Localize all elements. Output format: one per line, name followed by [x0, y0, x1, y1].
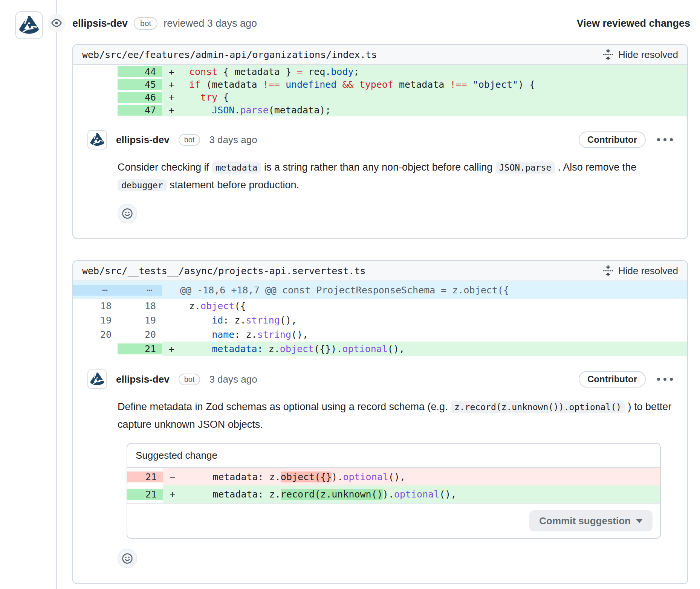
line-number[interactable]: 20: [118, 329, 162, 340]
line-number[interactable]: 19: [118, 315, 162, 326]
ellipsis-dev-logo: [90, 372, 104, 386]
diff-marker: +: [162, 79, 189, 90]
suggested-change-title: Suggested change: [127, 444, 660, 468]
eye-icon: [51, 18, 62, 28]
hide-resolved-label: Hide resolved: [618, 49, 678, 61]
diff-row-context: 1919 id: z.string(),: [73, 313, 687, 327]
review-thread-card-1: web/src/ee/features/admin-api/organizati…: [72, 44, 688, 239]
comment-avatar[interactable]: [87, 369, 107, 389]
smiley-icon: [122, 208, 133, 219]
file-header-2: web/src/__tests__/async/projects-api.ser…: [73, 261, 687, 281]
diff-marker: +: [162, 92, 189, 103]
hide-resolved-button-2[interactable]: Hide resolved: [602, 265, 678, 277]
add-reaction-button[interactable]: [118, 549, 137, 568]
line-number[interactable]: 18: [118, 301, 162, 311]
hide-resolved-button-1[interactable]: Hide resolved: [602, 49, 678, 61]
suggestion-footer: Commit suggestion: [127, 503, 660, 538]
view-reviewed-changes-link[interactable]: View reviewed changes: [577, 18, 690, 29]
diff-code: metadata: z.object({}).optional(),: [190, 472, 405, 482]
comment-author[interactable]: ellipsis-dev: [116, 134, 170, 146]
comment-avatar[interactable]: [87, 130, 107, 150]
reviewer-name[interactable]: ellipsis-dev: [72, 18, 128, 29]
diff-row-addition: 45+if (metadata !== undefined && typeof …: [73, 78, 687, 91]
review-action-text: reviewed 3 days ago: [164, 18, 257, 29]
diff-code: z.object({: [189, 301, 246, 311]
comment-text: is a string rather than any non-object b…: [261, 162, 495, 173]
line-number[interactable]: 47: [118, 105, 162, 116]
diff-marker: +: [162, 343, 189, 354]
hide-resolved-label: Hide resolved: [618, 265, 678, 277]
comment-text: Define metadata in Zod schemas as option…: [118, 401, 451, 412]
smiley-icon: [122, 553, 133, 564]
fold-icon: [602, 265, 614, 276]
diff-code: const { metadata } = req.body;: [189, 66, 359, 77]
diff-code: if (metadata !== undefined && typeof met…: [189, 79, 535, 90]
diff-hunk-1: 44+const { metadata } = req.body;45+if (…: [73, 65, 687, 116]
diff-marker: −: [163, 472, 190, 482]
diff-row-context: 1818z.object({: [73, 299, 687, 313]
comment-timestamp[interactable]: 3 days ago: [209, 374, 257, 385]
bot-badge: bot: [179, 134, 200, 146]
diff-marker: +: [162, 105, 189, 116]
comment-body: Define metadata in Zod schemas as option…: [118, 398, 674, 433]
inline-code: z.record(z.unknown()).optional(): [451, 401, 625, 413]
comment-timestamp[interactable]: 3 days ago: [209, 134, 257, 146]
pull-request-review-timeline: ellipsis-dev bot reviewed 3 days ago Vie…: [0, 0, 700, 589]
file-header-1: web/src/ee/features/admin-api/organizati…: [73, 45, 687, 65]
review-comment-1: ellipsis-dev bot 3 days ago Contributor …: [73, 116, 687, 238]
comment-options-button[interactable]: [656, 136, 674, 143]
diff-row-addition: 46+ try {: [73, 91, 687, 104]
diff-marker: +: [162, 66, 189, 77]
diff-code: JSON.parse(metadata);: [189, 105, 331, 116]
suggested-change-block: Suggested change 21 − metadata: z.object…: [127, 443, 661, 539]
diff-row-addition: 21+ metadata: z.object({}).optional(),: [73, 342, 687, 356]
review-event-badge: [47, 14, 66, 32]
review-header: ellipsis-dev bot reviewed 3 days ago Vie…: [72, 11, 690, 35]
diff-row-addition: 47+ JSON.parse(metadata);: [73, 104, 687, 116]
diff-hunk-2: ⋯⋯@@ -18,6 +18,7 @@ const ProjectRespons…: [73, 281, 687, 356]
bot-badge: bot: [134, 17, 157, 30]
review-content: web/src/ee/features/admin-api/organizati…: [72, 44, 688, 584]
diff-row-deletion: 21 − metadata: z.object({}).optional(),: [127, 468, 660, 485]
line-number: 21: [127, 489, 163, 500]
add-reaction-button[interactable]: [118, 204, 137, 223]
diff-code: try {: [189, 92, 229, 103]
ellipsis-dev-logo: [19, 15, 39, 35]
timeline-line: [56, 0, 57, 589]
review-comment-2: ellipsis-dev bot 3 days ago Contributor …: [73, 356, 687, 583]
suggested-change-diff: 21 − metadata: z.object({}).optional(), …: [127, 468, 660, 503]
review-thread-card-2: web/src/__tests__/async/projects-api.ser…: [72, 260, 688, 584]
line-number[interactable]: 20: [73, 329, 118, 340]
line-number: 21: [127, 472, 163, 482]
diff-row-context: 2020 name: z.string(),: [73, 327, 687, 342]
contributor-badge: Contributor: [579, 371, 646, 388]
diff-marker: +: [163, 489, 190, 500]
ellipsis-dev-logo: [90, 133, 104, 147]
line-number[interactable]: 46: [118, 92, 162, 103]
line-number[interactable]: 21: [118, 343, 162, 354]
line-number[interactable]: 19: [73, 315, 118, 326]
comment-author[interactable]: ellipsis-dev: [116, 374, 170, 385]
chevron-down-icon: [636, 519, 643, 523]
diff-code: id: z.string(),: [189, 315, 297, 326]
comment-text: statement before production.: [167, 179, 299, 191]
contributor-badge: Contributor: [579, 131, 646, 148]
reviewer-avatar[interactable]: [15, 11, 43, 39]
comment-text: . Also remove the: [555, 162, 636, 173]
file-path-2[interactable]: web/src/__tests__/async/projects-api.ser…: [82, 266, 366, 276]
diff-code: metadata: z.object({}).optional(),: [189, 343, 405, 354]
diff-row-addition: 21 + metadata: z.record(z.unknown()).opt…: [127, 485, 660, 503]
file-path-1[interactable]: web/src/ee/features/admin-api/organizati…: [82, 49, 377, 60]
comment-options-button[interactable]: [656, 375, 674, 383]
inline-code: debugger: [118, 179, 167, 191]
inline-code: JSON.parse: [495, 162, 555, 174]
line-number[interactable]: 45: [118, 79, 162, 90]
line-number[interactable]: 18: [73, 301, 118, 311]
comment-body: Consider checking if metadata is a strin…: [118, 159, 674, 194]
bot-badge: bot: [179, 374, 200, 385]
line-number[interactable]: 44: [118, 66, 162, 77]
diff-code: name: z.string(),: [189, 329, 308, 340]
comment-text: Consider checking if: [118, 162, 212, 173]
commit-suggestion-button[interactable]: Commit suggestion: [529, 510, 653, 531]
inline-code: metadata: [212, 162, 261, 174]
